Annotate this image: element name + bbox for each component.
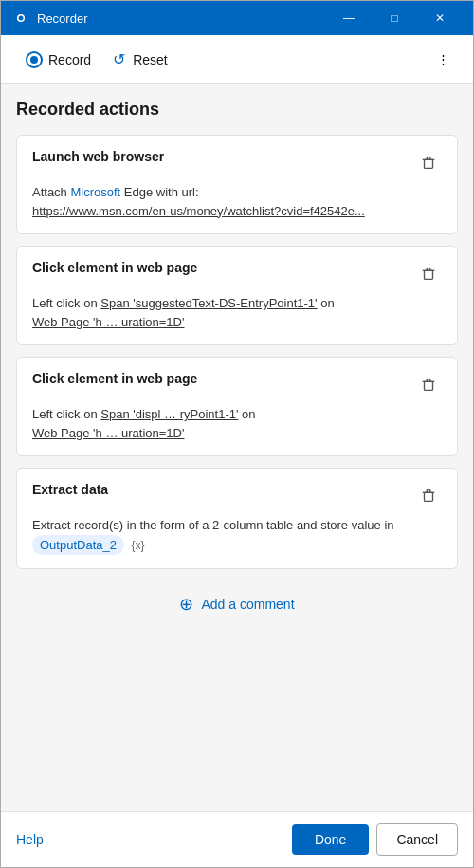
help-link[interactable]: Help [16,832,44,847]
record-label: Record [48,52,91,67]
click-span-link-1[interactable]: Span 'suggestedText-DS-EntryPoint1-1' [100,296,317,310]
card-body-text-1: Attach Microsoft Edge with url: [32,185,199,199]
window-controls: — □ ✕ [327,1,462,35]
record-dot-icon [26,51,43,68]
svg-point-1 [19,16,24,21]
card-body-prefix-2: Left click on [32,296,98,310]
record-button[interactable]: Record [16,46,100,74]
minimize-button[interactable]: — [327,1,371,35]
add-comment-label: Add a comment [201,597,294,612]
click-span-link-2[interactable]: Span 'displ … ryPoint1-1' [100,407,238,421]
footer: Help Done Cancel [1,811,473,867]
delete-button-2[interactable] [415,260,442,286]
connector-3: on [242,407,255,421]
reset-icon: ↺ [110,51,127,68]
card-title-3: Click element in web page [32,371,197,386]
window-title: Recorder [37,11,327,26]
card-body-4: Extract record(s) in the form of a 2-col… [32,516,442,555]
svg-rect-7 [425,270,433,279]
card-title-1: Launch web browser [32,149,164,164]
action-card-click-1: Click element in web page Left click on … [16,246,458,345]
action-card-launch-browser: Launch web browser Attach Microsoft Edge… [16,135,458,234]
done-button[interactable]: Done [292,824,369,855]
variable-icon: {x} [132,539,145,552]
card-header-1: Launch web browser [32,149,442,175]
more-options-button[interactable]: ⋮ [428,45,458,75]
connector-2: on [320,296,334,310]
card-title-2: Click element in web page [32,260,197,275]
svg-rect-12 [425,381,433,390]
card-header-3: Click element in web page [32,371,442,397]
more-dots-icon: ⋮ [437,52,449,66]
reset-button[interactable]: ↺ Reset [100,46,177,74]
close-button[interactable]: ✕ [418,1,462,35]
action-card-click-2: Click element in web page Left click on … [16,357,458,456]
card-title-4: Extract data [32,482,108,497]
browser-url-link[interactable]: https://www.msn.com/en-us/money/watchlis… [32,204,365,218]
toolbar: Record ↺ Reset ⋮ [1,35,473,84]
delete-button-4[interactable] [415,482,442,508]
add-comment-icon: ⊕ [179,594,193,615]
output-badge[interactable]: OutputData_2 [32,535,124,556]
card-body-1: Attach Microsoft Edge with url: https://… [32,183,442,220]
cancel-button[interactable]: Cancel [376,823,458,856]
card-header-4: Extract data [32,482,442,508]
svg-rect-17 [425,492,433,501]
maximize-button[interactable]: □ [373,1,416,35]
card-body-2: Left click on Span 'suggestedText-DS-Ent… [32,294,442,331]
card-body-prefix-3: Left click on [32,407,98,421]
recorder-window: Recorder — □ ✕ Record ↺ Reset ⋮ Recorded… [0,0,474,868]
add-comment-button[interactable]: ⊕ Add a comment [16,581,458,628]
app-icon [12,9,29,27]
extract-text: Extract record(s) in the form of a 2-col… [32,518,394,532]
click-page-link-1[interactable]: Web Page 'h … uration=1D' [32,315,184,329]
main-content: Recorded actions Launch web browser Atta… [1,84,473,811]
delete-button-3[interactable] [415,371,442,397]
delete-button-1[interactable] [415,149,442,175]
card-header-2: Click element in web page [32,260,442,286]
action-card-extract: Extract data Extract record(s) in the fo… [16,468,458,569]
section-title: Recorded actions [16,100,458,120]
microsoft-text: Microsoft [70,185,120,199]
click-page-link-2[interactable]: Web Page 'h … uration=1D' [32,426,184,440]
title-bar: Recorder — □ ✕ [1,1,473,35]
record-dot-inner [30,56,38,64]
svg-rect-2 [425,159,433,168]
card-body-3: Left click on Span 'displ … ryPoint1-1' … [32,405,442,442]
reset-label: Reset [133,52,168,67]
